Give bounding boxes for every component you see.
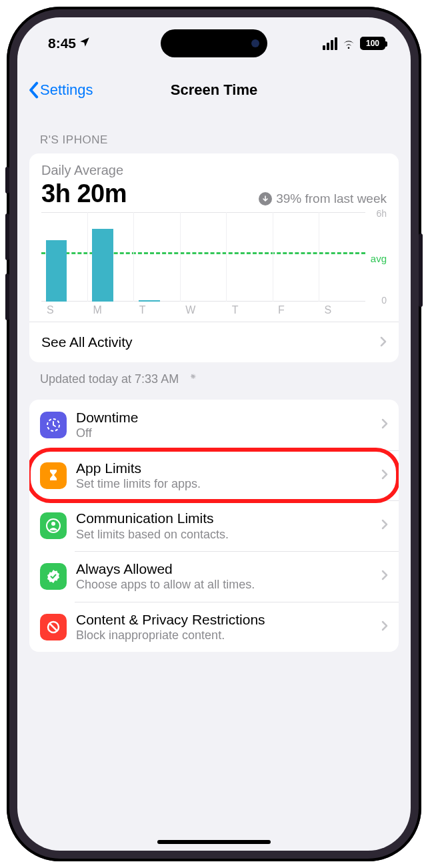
row-title: Communication Limits — [76, 510, 372, 526]
back-label: Settings — [40, 81, 93, 99]
chart-day-col — [133, 212, 180, 302]
nosign-icon — [40, 614, 67, 640]
y-label-bottom: 0 — [381, 295, 387, 306]
chart-bar — [46, 240, 67, 302]
row-text: Communication LimitsSet limits based on … — [76, 510, 372, 542]
chart-x-label: W — [180, 304, 226, 319]
chart-day-col — [180, 212, 227, 302]
row-title: Always Allowed — [76, 560, 372, 577]
chart-x-label: F — [273, 304, 319, 319]
dynamic-island — [161, 29, 267, 57]
row-subtitle: Off — [76, 426, 372, 441]
chart-day-col — [41, 212, 87, 302]
trend-row: 39% from last week — [259, 191, 387, 206]
row-title: Downtime — [76, 409, 372, 426]
usage-chart: 6h 0 avg SMTWTFS — [41, 212, 387, 319]
updated-status: Updated today at 7:33 AM — [29, 362, 399, 398]
battery-icon: 100 — [360, 37, 385, 50]
settings-list: DowntimeOffApp LimitsSet time limits for… — [29, 400, 399, 652]
see-all-activity[interactable]: See All Activity — [29, 322, 399, 362]
chart-x-label: S — [41, 304, 87, 319]
settings-row-app-limits[interactable]: App LimitsSet time limits for apps. — [29, 450, 399, 501]
row-text: Always AllowedChoose apps to allow at al… — [76, 560, 372, 592]
hourglass-icon — [40, 462, 67, 489]
row-title: App Limits — [76, 460, 372, 476]
back-button[interactable]: Settings — [28, 81, 93, 99]
updated-text: Updated today at 7:33 AM — [40, 372, 179, 386]
row-subtitle: Choose apps to allow at all times. — [76, 577, 372, 592]
row-title: Content & Privacy Restrictions — [76, 611, 372, 628]
chart-day-col — [319, 212, 365, 302]
avg-label: avg — [371, 253, 387, 264]
chevron-left-icon — [28, 81, 39, 99]
trend-text: 39% from last week — [276, 191, 387, 206]
row-subtitle: Set time limits for apps. — [76, 476, 372, 492]
cellular-icon — [323, 37, 337, 50]
y-label-top: 6h — [376, 208, 387, 219]
settings-row-downtime[interactable]: DowntimeOff — [29, 400, 399, 450]
chevron-right-icon — [381, 469, 388, 482]
wifi-icon — [341, 37, 356, 49]
spinner-icon — [185, 372, 200, 386]
chevron-right-icon — [380, 334, 387, 350]
row-subtitle: Block inappropriate content. — [76, 628, 372, 643]
settings-row-always-allowed[interactable]: Always AllowedChoose apps to allow at al… — [29, 551, 399, 602]
chart-day-col — [87, 212, 134, 302]
svg-point-2 — [51, 522, 55, 526]
chart-x-label: T — [134, 304, 180, 319]
svg-line-4 — [50, 623, 57, 630]
status-time: 8:45 — [48, 35, 76, 51]
chevron-right-icon — [381, 570, 388, 583]
chevron-right-icon — [381, 418, 388, 432]
chevron-right-icon — [381, 620, 388, 634]
clock-icon — [40, 412, 67, 438]
see-all-label: See All Activity — [41, 334, 133, 350]
daily-avg-label: Daily Average — [41, 163, 387, 178]
chart-x-label: T — [227, 304, 273, 319]
phone-frame: 8:45 100 — [7, 7, 421, 861]
home-indicator — [157, 840, 271, 844]
row-subtitle: Set limits based on contacts. — [76, 527, 372, 542]
chart-bar — [92, 229, 113, 302]
location-icon — [79, 35, 91, 51]
chart-day-col — [273, 212, 319, 302]
chart-x-label: M — [87, 304, 133, 319]
person-icon — [40, 512, 67, 539]
navigation-bar: Settings Screen Time — [17, 69, 411, 111]
chart-day-col — [226, 212, 273, 302]
daily-avg-value: 3h 20m — [41, 179, 127, 208]
activity-card[interactable]: Daily Average 3h 20m 39% from last week — [29, 153, 399, 362]
row-text: Content & Privacy RestrictionsBlock inap… — [76, 611, 372, 643]
chart-x-label: S — [319, 304, 365, 319]
chart-bar — [139, 300, 160, 302]
section-header: R'S IPHONE — [29, 111, 399, 153]
settings-row-content-privacy-restrictions[interactable]: Content & Privacy RestrictionsBlock inap… — [29, 602, 399, 653]
row-text: App LimitsSet time limits for apps. — [76, 460, 372, 492]
arrow-down-circle-icon — [259, 192, 272, 205]
settings-row-communication-limits[interactable]: Communication LimitsSet limits based on … — [29, 500, 399, 551]
check-icon — [40, 563, 67, 590]
chevron-right-icon — [381, 519, 388, 532]
row-text: DowntimeOff — [76, 409, 372, 441]
